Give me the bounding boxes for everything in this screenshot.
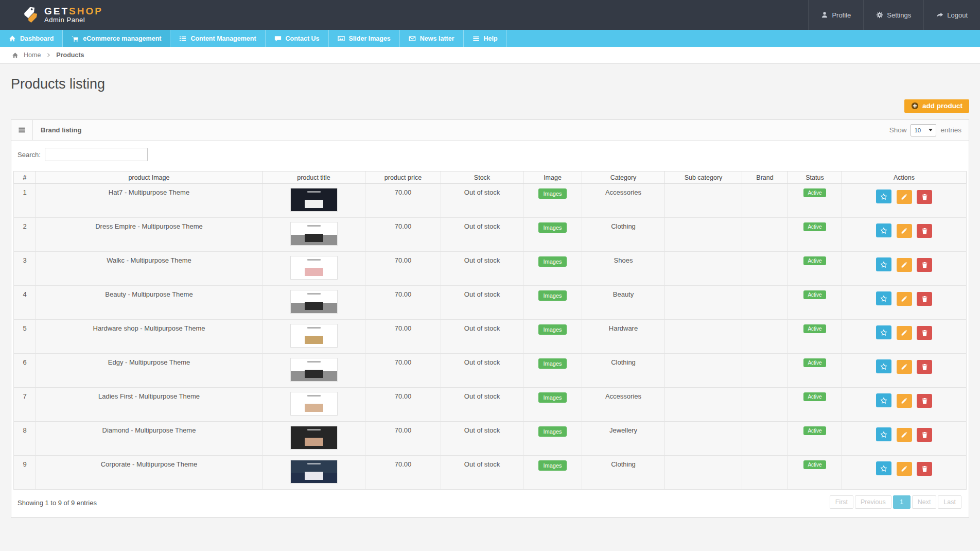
nav-item-label: Contact Us (286, 35, 320, 42)
star-icon (880, 397, 887, 404)
delete-button[interactable] (917, 326, 932, 340)
settings-label: Settings (887, 11, 911, 19)
column-header-product-price: product price (365, 171, 441, 184)
images-button[interactable]: Images (538, 358, 566, 369)
page-size-select[interactable]: 10 (911, 124, 936, 136)
delete-button[interactable] (917, 190, 932, 204)
product-price-cell: 70.00 (365, 218, 441, 252)
breadcrumb-home-link[interactable]: Home (24, 51, 41, 59)
images-cell: Images (523, 320, 582, 354)
images-button[interactable]: Images (538, 290, 566, 301)
pencil-icon (901, 228, 907, 234)
delete-button[interactable] (917, 462, 932, 476)
edit-button[interactable] (897, 292, 912, 306)
feature-star-button[interactable] (876, 461, 891, 475)
table-row: 1 Hat7 - Multipurpose Theme 70.00 Out of… (14, 184, 967, 218)
logout-menu-item[interactable]: Logout (923, 0, 980, 30)
feature-star-button[interactable] (876, 257, 891, 271)
nav-item-dashboard[interactable]: Dashboard (0, 30, 63, 47)
feature-star-button[interactable] (876, 190, 891, 203)
images-button[interactable]: Images (538, 392, 566, 403)
nav-item-label: eCommerce management (83, 35, 161, 42)
images-button[interactable]: Images (538, 426, 566, 437)
images-button[interactable]: Images (538, 324, 566, 335)
breadcrumb: Home Products (0, 47, 980, 64)
category-cell: Accessories (582, 388, 665, 422)
images-button[interactable]: Images (538, 222, 566, 233)
edit-button[interactable] (897, 224, 912, 238)
nav-item-contact-us[interactable]: Contact Us (266, 30, 329, 47)
nav-item-news-latter[interactable]: News latter (400, 30, 464, 47)
images-cell: Images (523, 456, 582, 490)
product-title-cell: Dress Empire - Multipurpose Theme (36, 218, 262, 252)
product-price-cell: 70.00 (365, 320, 441, 354)
feature-star-button[interactable] (876, 393, 891, 407)
edit-button[interactable] (897, 394, 912, 408)
panel-collapse-icon[interactable] (11, 120, 33, 140)
delete-button[interactable] (917, 394, 932, 408)
stock-cell: Out of stock (441, 286, 523, 320)
delete-button[interactable] (917, 258, 932, 272)
delete-button[interactable] (917, 224, 932, 238)
product-price-cell: 70.00 (365, 286, 441, 320)
star-icon (880, 295, 887, 302)
pencil-icon (901, 296, 907, 302)
pagination-first-button[interactable]: First (830, 495, 853, 509)
nav-item-label: Slider Images (349, 35, 391, 42)
pencil-icon (901, 466, 907, 472)
images-cell: Images (523, 286, 582, 320)
status-cell: Active (788, 320, 842, 354)
settings-menu-item[interactable]: Settings (863, 0, 923, 30)
page-size-value: 10 (914, 127, 921, 133)
feature-star-button[interactable] (876, 325, 891, 339)
logo-text: GETSHOP Admin Panel (44, 6, 103, 24)
logout-label: Logout (947, 11, 968, 19)
trash-icon (921, 364, 928, 370)
edit-button[interactable] (897, 190, 912, 204)
pencil-icon (901, 330, 907, 336)
search-label: Search: (18, 151, 41, 159)
table-row: 8 Diamond - Multipurpose Theme 70.00 Out… (14, 422, 967, 456)
delete-button[interactable] (917, 360, 932, 374)
feature-star-button[interactable] (876, 291, 891, 305)
edit-button[interactable] (897, 360, 912, 374)
menu-icon (472, 35, 480, 42)
delete-button[interactable] (917, 428, 932, 442)
nav-item-content-management[interactable]: Content Management (170, 30, 265, 47)
pagination-previous-button[interactable]: Previous (855, 495, 891, 509)
edit-button[interactable] (897, 326, 912, 340)
category-cell: Beauty (582, 286, 665, 320)
nav-item-label: Dashboard (20, 35, 54, 42)
pagination-last-button[interactable]: Last (938, 495, 961, 509)
edit-button[interactable] (897, 462, 912, 476)
edit-button[interactable] (897, 428, 912, 442)
images-button[interactable]: Images (538, 256, 566, 267)
edit-button[interactable] (897, 258, 912, 272)
delete-button[interactable] (917, 292, 932, 306)
profile-menu-item[interactable]: Profile (808, 0, 863, 30)
product-title-cell: Edgy - Multipurpose Theme (36, 354, 262, 388)
feature-star-button[interactable] (876, 427, 891, 441)
add-product-button[interactable]: add product (904, 99, 969, 113)
brand-cell (742, 320, 788, 354)
feature-star-button[interactable] (876, 359, 891, 373)
caret-down-icon (929, 129, 933, 131)
nav-item-slider-images[interactable]: Slider Images (329, 30, 400, 47)
images-cell: Images (523, 422, 582, 456)
main-content: Products listing add product Brand listi… (0, 76, 980, 518)
trash-icon (921, 296, 928, 302)
top-bar: GETSHOP Admin Panel ProfileSettingsLogou… (0, 0, 980, 30)
feature-star-button[interactable] (876, 223, 891, 237)
nav-item-ecommerce-management[interactable]: eCommerce management (63, 30, 170, 47)
pagination-1-button[interactable]: 1 (893, 495, 911, 509)
images-button[interactable]: Images (538, 188, 566, 199)
nav-item-help[interactable]: Help (464, 30, 507, 47)
images-button[interactable]: Images (538, 460, 566, 471)
entries-label: entries (940, 126, 961, 134)
table-row: 3 Walkc - Multipurpose Theme 70.00 Out o… (14, 252, 967, 286)
person-icon (821, 11, 828, 19)
column-header-brand: Brand (742, 171, 788, 184)
pagination-next-button[interactable]: Next (912, 495, 937, 509)
search-input[interactable] (45, 148, 148, 161)
product-title-cell: Ladies First - Multipurpose Theme (36, 388, 262, 422)
